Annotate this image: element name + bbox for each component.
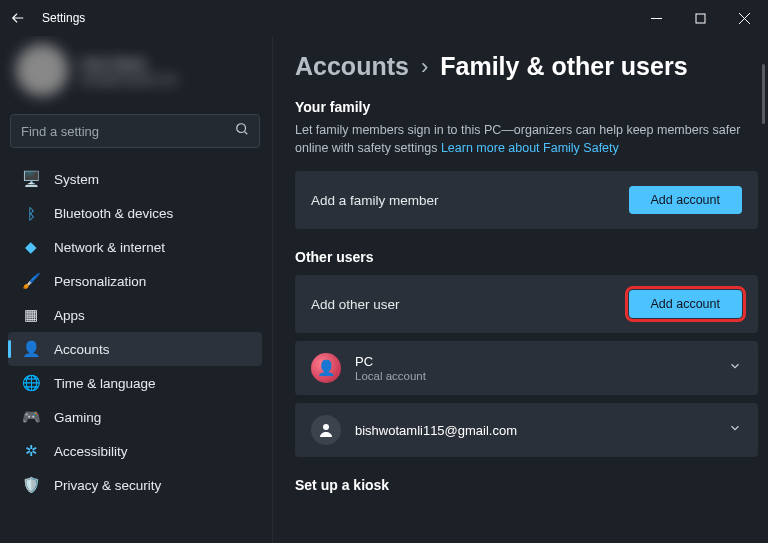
nav-privacy[interactable]: 🛡️Privacy & security [8,468,262,502]
other-users-section: Other users Add other user Add account 👤… [295,249,758,457]
window-title: Settings [42,11,85,25]
bluetooth-icon: ᛒ [22,204,40,222]
profile-name: User Name [80,56,178,71]
nav-apps[interactable]: ▦Apps [8,298,262,332]
nav-label: Time & language [54,376,156,391]
kiosk-heading: Set up a kiosk [295,477,758,493]
add-other-account-button[interactable]: Add account [629,290,743,318]
family-description: Let family members sign in to this PC—or… [295,121,749,157]
family-add-card: Add a family member Add account [295,171,758,229]
shield-icon: 🛡️ [22,476,40,494]
search-input[interactable] [21,124,235,139]
nav-label: Personalization [54,274,146,289]
nav-list: 🖥️System ᛒBluetooth & devices ◆Network &… [8,162,262,502]
user-entry[interactable]: bishwotamli115@gmail.com [295,403,758,457]
nav-system[interactable]: 🖥️System [8,162,262,196]
nav-label: Apps [54,308,85,323]
user-avatar-icon: 👤 [311,353,341,383]
minimize-button[interactable] [634,3,678,33]
chevron-down-icon [728,359,742,377]
profile-block[interactable]: User Name user@example.com [8,36,262,110]
scrollbar[interactable] [762,64,765,124]
family-section: Your family Let family members sign in t… [295,99,758,229]
nav-network[interactable]: ◆Network & internet [8,230,262,264]
kiosk-section: Set up a kiosk [295,477,758,493]
accessibility-icon: ✲ [22,442,40,460]
family-heading: Your family [295,99,758,115]
other-add-card: Add other user Add account [295,275,758,333]
nav-bluetooth[interactable]: ᛒBluetooth & devices [8,196,262,230]
nav-label: Accounts [54,342,110,357]
nav-gaming[interactable]: 🎮Gaming [8,400,262,434]
breadcrumb-parent[interactable]: Accounts [295,52,409,81]
add-other-user-label: Add other user [311,297,629,312]
breadcrumb-current: Family & other users [440,52,687,81]
maximize-button[interactable] [678,3,722,33]
user-name: PC [355,354,728,369]
brush-icon: 🖌️ [22,272,40,290]
add-family-account-button[interactable]: Add account [629,186,743,214]
other-users-heading: Other users [295,249,758,265]
svg-point-2 [323,424,329,430]
nav-label: Gaming [54,410,101,425]
family-safety-link[interactable]: Learn more about Family Safety [441,141,619,155]
nav-label: Accessibility [54,444,128,459]
user-subtext: Local account [355,370,728,382]
nav-accounts[interactable]: 👤Accounts [8,332,262,366]
avatar [16,44,68,96]
user-entry[interactable]: 👤 PC Local account [295,341,758,395]
breadcrumb: Accounts › Family & other users [295,52,758,81]
nav-label: System [54,172,99,187]
nav-personalization[interactable]: 🖌️Personalization [8,264,262,298]
nav-label: Network & internet [54,240,165,255]
gamepad-icon: 🎮 [22,408,40,426]
nav-label: Privacy & security [54,478,161,493]
svg-rect-0 [696,14,705,23]
main-content: Accounts › Family & other users Your fam… [272,36,768,543]
svg-point-1 [237,124,246,133]
nav-accessibility[interactable]: ✲Accessibility [8,434,262,468]
search-icon [235,122,249,140]
chevron-down-icon [728,421,742,439]
user-name: bishwotamli115@gmail.com [355,423,728,438]
apps-icon: ▦ [22,306,40,324]
nav-label: Bluetooth & devices [54,206,173,221]
sidebar: User Name user@example.com 🖥️System ᛒBlu… [0,36,272,543]
profile-email: user@example.com [80,73,178,85]
search-box[interactable] [10,114,260,148]
close-button[interactable] [722,3,766,33]
wifi-icon: ◆ [22,238,40,256]
nav-time[interactable]: 🌐Time & language [8,366,262,400]
add-family-label: Add a family member [311,193,629,208]
person-icon: 👤 [22,340,40,358]
titlebar: Settings [0,0,768,36]
chevron-right-icon: › [421,54,428,80]
display-icon: 🖥️ [22,170,40,188]
user-avatar-icon [311,415,341,445]
globe-icon: 🌐 [22,374,40,392]
back-button[interactable] [8,8,28,28]
